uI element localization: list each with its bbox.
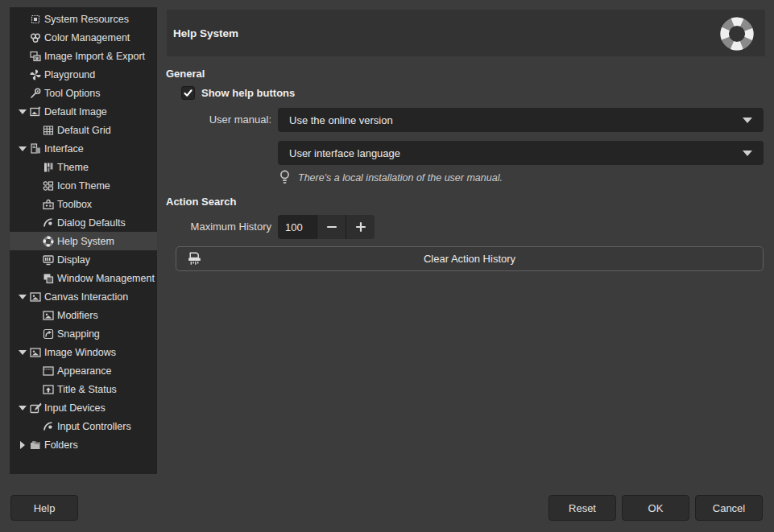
sidebar-item-label: Canvas Interaction: [44, 291, 128, 303]
sidebar-item-input-controllers[interactable]: Input Controllers: [10, 417, 157, 435]
sidebar-item-label: Help System: [57, 236, 114, 247]
cancel-button[interactable]: Cancel: [695, 495, 763, 521]
user-manual-label: User manual:: [167, 108, 271, 132]
sidebar-item-label: Interface: [44, 143, 84, 155]
dial-icon: [42, 420, 55, 433]
appearance-icon: [42, 365, 55, 377]
canvas-icon: [29, 346, 42, 359]
default-image-icon: [29, 105, 42, 118]
sidebar-item-toolbox[interactable]: Toolbox: [10, 195, 157, 213]
expander-closed-icon[interactable]: [20, 441, 25, 449]
lightbulb-icon: [279, 169, 291, 186]
expander-open-icon[interactable]: [19, 406, 27, 410]
sidebar-item-label: Display: [57, 254, 90, 266]
color-management-icon: [29, 31, 42, 44]
sidebar-item-canvas-interaction[interactable]: Canvas Interaction: [10, 287, 157, 306]
clear-action-history-button[interactable]: Clear Action History: [176, 246, 764, 271]
sidebar-item-dialog-defaults[interactable]: Dialog Defaults: [10, 213, 157, 232]
icon-theme-icon: [42, 179, 55, 192]
sidebar-item-image-import-export[interactable]: Image Import & Export: [10, 47, 157, 65]
expander-open-icon[interactable]: [19, 146, 27, 151]
sidebar-item-label: Playground: [44, 69, 95, 80]
folders-icon: [29, 439, 42, 452]
expander-cell[interactable]: [16, 350, 29, 355]
sidebar-item-modifiers[interactable]: Modifiers: [10, 306, 157, 324]
reset-button[interactable]: Reset: [548, 495, 616, 521]
title-status-icon: [42, 383, 55, 396]
user-manual-hint: There's a local installation of the user…: [279, 169, 503, 186]
sidebar-item-label: Input Devices: [44, 402, 106, 414]
expander-open-icon[interactable]: [19, 295, 27, 299]
system-resources-icon: [29, 13, 42, 26]
playground-icon: [29, 68, 42, 81]
image-import-export-icon: [29, 50, 42, 63]
sidebar-item-color-management[interactable]: Color Management: [10, 28, 157, 47]
sidebar-item-interface[interactable]: Interface: [10, 139, 157, 158]
sidebar-item-label: Toolbox: [57, 199, 92, 210]
action-search-section-heading: Action Search: [166, 196, 236, 208]
sidebar-item-playground[interactable]: Playground: [10, 65, 157, 84]
page-header: Help System: [167, 10, 765, 56]
sidebar-tree: System ResourcesColor ManagementImage Im…: [10, 10, 157, 454]
toolbox-icon: [42, 198, 55, 211]
sidebar-item-display[interactable]: Display: [10, 250, 157, 269]
canvas-icon: [42, 309, 55, 322]
max-history-size-spinner: 100: [278, 215, 375, 239]
expander-cell[interactable]: [16, 109, 29, 114]
dial-icon: [42, 217, 55, 229]
expander-cell[interactable]: [16, 441, 29, 449]
sidebar-item-label: Icon Theme: [57, 180, 110, 192]
display-icon: [42, 254, 55, 266]
expander-open-icon[interactable]: [19, 109, 27, 114]
input-devices-icon: [29, 402, 42, 414]
user-manual-dropdown[interactable]: Use the online version: [278, 108, 764, 132]
sidebar-item-system-resources[interactable]: System Resources: [10, 10, 157, 28]
expander-cell[interactable]: [16, 295, 29, 299]
sidebar-item-tool-options[interactable]: Tool Options: [10, 84, 157, 102]
sidebar-item-label: Default Grid: [57, 125, 111, 136]
sidebar-item-window-management[interactable]: Window Management: [10, 269, 157, 287]
interface-icon: [29, 142, 42, 155]
expander-open-icon[interactable]: [19, 350, 27, 355]
sidebar-item-label: System Resources: [44, 14, 129, 25]
help-button[interactable]: Help: [10, 495, 78, 521]
reset-button-label: Reset: [569, 502, 596, 514]
sidebar-item-label: Window Management: [57, 273, 155, 284]
manual-language-dropdown[interactable]: User interface language: [278, 141, 764, 165]
expander-cell[interactable]: [16, 406, 29, 410]
show-help-buttons-label: Show help buttons: [201, 87, 295, 99]
sidebar-item-help-system[interactable]: Help System: [10, 232, 157, 250]
sidebar-item-image-windows[interactable]: Image Windows: [10, 343, 157, 361]
sidebar-item-label: Appearance: [57, 365, 111, 377]
hint-text: There's a local installation of the user…: [298, 172, 503, 184]
max-history-size-input[interactable]: 100: [278, 215, 317, 239]
sidebar-item-default-image[interactable]: Default Image: [10, 102, 157, 121]
show-help-buttons-checkbox[interactable]: [181, 86, 195, 100]
expander-cell[interactable]: [16, 146, 29, 151]
user-manual-dropdown-value: Use the online version: [289, 114, 393, 126]
sidebar-item-label: Theme: [57, 162, 89, 173]
ok-button[interactable]: OK: [622, 495, 689, 521]
sidebar-item-label: Default Image: [44, 106, 107, 118]
sidebar-item-label: Tool Options: [44, 88, 100, 99]
sidebar-item-label: Input Controllers: [57, 421, 131, 432]
sidebar-item-folders[interactable]: Folders: [10, 435, 157, 454]
theme-icon: [42, 161, 55, 174]
lifebuoy-icon: [42, 235, 55, 248]
sidebar-item-snapping[interactable]: Snapping: [10, 324, 157, 343]
sidebar-item-theme[interactable]: Theme: [10, 158, 157, 176]
clear-action-history-label: Clear Action History: [424, 253, 515, 265]
sidebar-item-default-grid[interactable]: Default Grid: [10, 121, 157, 139]
ok-button-label: OK: [648, 502, 664, 514]
sidebar-item-title-status[interactable]: Title & Status: [10, 380, 157, 398]
sidebar-item-appearance[interactable]: Appearance: [10, 361, 157, 380]
plus-icon: [355, 221, 366, 233]
sidebar-item-icon-theme[interactable]: Icon Theme: [10, 176, 157, 195]
sidebar-item-label: Modifiers: [57, 310, 98, 321]
sidebar-item-label: Color Management: [44, 32, 130, 43]
windows-icon: [42, 272, 55, 285]
increment-button[interactable]: [346, 215, 375, 239]
lifebuoy-icon: [718, 15, 755, 52]
decrement-button[interactable]: [317, 215, 346, 239]
sidebar-item-input-devices[interactable]: Input Devices: [10, 398, 157, 417]
